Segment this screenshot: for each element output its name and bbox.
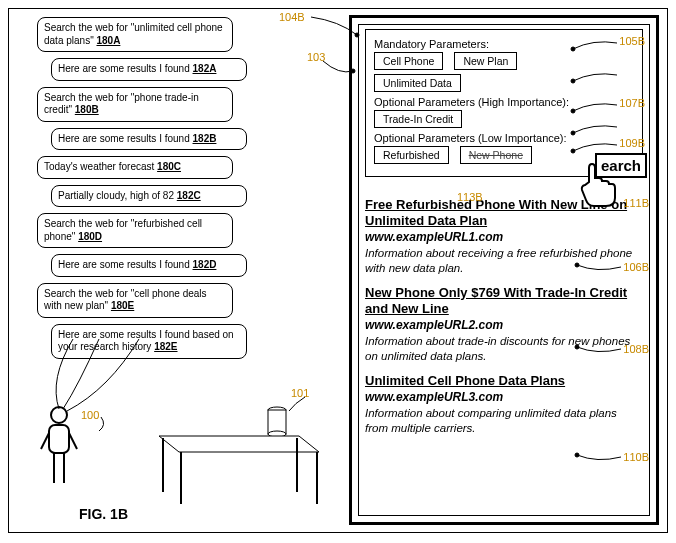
leader-105b [569, 37, 619, 57]
leader-110b [573, 449, 623, 469]
svg-line-2 [41, 433, 49, 449]
svg-point-15 [571, 47, 575, 51]
callout-108b: 108B [623, 343, 649, 355]
callout-106b: 106B [623, 261, 649, 273]
leader-104b [309, 15, 369, 55]
chip-refurbished[interactable]: Refurbished [374, 146, 449, 164]
callout-100: 100 [81, 409, 99, 421]
bubble-text: Here are some results I found [58, 259, 190, 270]
bubble-text: Here are some results I found [58, 133, 190, 144]
svg-point-0 [51, 407, 67, 423]
svg-line-3 [69, 433, 77, 449]
svg-point-17 [571, 109, 575, 113]
bubble-182c: Partially cloudy, high of 82 182C [51, 185, 247, 208]
bubble-ref: 180E [111, 300, 134, 311]
callout-107b: 107B [619, 97, 645, 109]
svg-point-13 [355, 33, 359, 37]
result-3: Unlimited Cell Phone Data Plans www.exam… [365, 373, 643, 435]
result-url[interactable]: www.exampleURL2.com [365, 318, 643, 332]
bubble-ref: 180A [96, 35, 120, 46]
bubble-text: Search the web for "phone trade-in credi… [44, 92, 199, 116]
svg-point-20 [575, 263, 579, 267]
leader-106b [573, 259, 623, 279]
svg-point-21 [575, 345, 579, 349]
figure-frame: Search the web for "unlimited cell phone… [8, 8, 668, 533]
chip-cell-phone[interactable]: Cell Phone [374, 52, 443, 70]
result-url[interactable]: www.exampleURL1.com [365, 230, 643, 244]
bubble-text: Search the web for "unlimited cell phone… [44, 22, 223, 46]
svg-point-19 [571, 149, 575, 153]
result-url[interactable]: www.exampleURL3.com [365, 390, 643, 404]
bubble-180d: Search the web for "refurbished cell pho… [37, 213, 233, 248]
bubble-ref: 180C [157, 161, 181, 172]
leader-109b [569, 139, 619, 159]
svg-point-16 [571, 79, 575, 83]
bubble-text: Partially cloudy, high of 82 [58, 190, 174, 201]
leader-line-2 [569, 121, 619, 141]
bubble-ref: 180D [78, 231, 102, 242]
leader-100 [99, 413, 119, 433]
leader-108b [573, 341, 623, 361]
svg-rect-1 [49, 425, 69, 453]
bubble-text: Today's weather forecast [44, 161, 154, 172]
bubble-text: Search the web for "refurbished cell pho… [44, 218, 202, 242]
bubble-180a: Search the web for "unlimited cell phone… [37, 17, 233, 52]
bubble-ref: 182B [193, 133, 217, 144]
callout-104b: 104B [279, 11, 305, 23]
leader-107b [569, 99, 619, 119]
bubble-ref: 182C [177, 190, 201, 201]
result-desc: Information about comparing unlimited da… [365, 406, 643, 435]
chip-trade-in-credit[interactable]: Trade-In Credit [374, 110, 462, 128]
chip-new-phone-struck[interactable]: New Phone [460, 146, 532, 164]
svg-point-18 [571, 131, 575, 135]
leader-101 [287, 395, 307, 415]
bubble-180c: Today's weather forecast 180C [37, 156, 233, 179]
search-results: Free Refurbished Phone With New Line on … [365, 197, 643, 435]
result-title[interactable]: Unlimited Cell Phone Data Plans [365, 373, 643, 389]
conversation-column: Search the web for "unlimited cell phone… [37, 17, 247, 365]
figure-label: FIG. 1B [79, 506, 128, 522]
table-with-device [159, 404, 339, 514]
result-title[interactable]: Free Refurbished Phone With New Line on … [365, 197, 643, 228]
leader-103 [319, 57, 359, 87]
callout-113b: 113B [457, 191, 483, 203]
bubble-ref: 182D [193, 259, 217, 270]
callout-111b: 111B [623, 197, 649, 209]
leader-line-1 [569, 69, 619, 89]
svg-point-22 [575, 453, 579, 457]
person-icon [39, 405, 79, 495]
bubble-180b: Search the web for "phone trade-in credi… [37, 87, 233, 122]
chip-unlimited-data[interactable]: Unlimited Data [374, 74, 461, 92]
result-title[interactable]: New Phone Only $769 With Trade-In Credit… [365, 285, 643, 316]
bubble-ref: 182A [193, 63, 217, 74]
svg-rect-7 [268, 410, 286, 434]
callout-109b: 109B [619, 137, 645, 149]
svg-point-14 [351, 69, 355, 73]
bubble-182a: Here are some results I found 182A [51, 58, 247, 81]
bubble-182d: Here are some results I found 182D [51, 254, 247, 277]
bubble-text: Here are some results I found [58, 63, 190, 74]
chip-new-plan[interactable]: New Plan [454, 52, 517, 70]
callout-110b: 110B [623, 451, 649, 463]
bubble-180e: Search the web for "cell phone deals wit… [37, 283, 233, 318]
callout-105b: 105B [619, 35, 645, 47]
bubble-182b: Here are some results I found 182B [51, 128, 247, 151]
bubble-ref: 180B [75, 104, 99, 115]
